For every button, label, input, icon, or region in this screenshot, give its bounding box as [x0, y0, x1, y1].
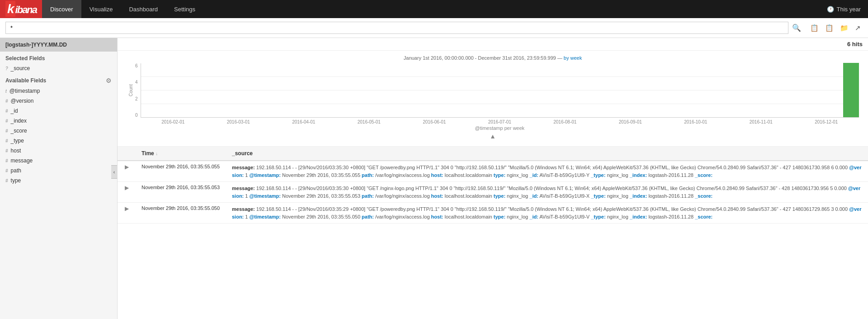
col-source: _source: [226, 147, 868, 161]
available-fields-title: Available Fields: [5, 77, 46, 84]
field-name-host: host: [11, 148, 21, 154]
y-axis: 6 4 2 0: [135, 63, 141, 118]
table-row: ▶ November 29th 2016, 03:35:55.050 messa…: [118, 203, 868, 224]
hits-bar: 6 hits: [118, 38, 868, 51]
source-cell-1: message: 192.168.50.114 - - [29/Nov/2016…: [226, 161, 868, 182]
field-type-id: #: [5, 109, 8, 114]
field-name-source: _source: [11, 65, 30, 71]
source-cell-3: message: 192.168.50.114 - - [29/Nov/2016…: [226, 203, 868, 224]
sort-arrow: ↓: [156, 151, 158, 156]
chart-area: 2016-02-01 2016-03-01 2016-04-01 2016-05…: [141, 63, 859, 131]
field-name-type2: type: [11, 177, 21, 184]
field-type-timestamp: t: [5, 89, 7, 94]
field-name-message: message: [11, 157, 33, 164]
content-area: 6 hits January 1st 2016, 00:00:00.000 - …: [118, 38, 868, 319]
field-timestamp[interactable]: t @timestamp: [0, 86, 117, 96]
clock-icon: 🕐: [827, 6, 834, 13]
field-type-version: #: [5, 99, 8, 104]
save-button[interactable]: 📋: [808, 23, 821, 33]
field-type-host: #: [5, 148, 8, 153]
field-version[interactable]: # @version: [0, 96, 117, 106]
field-type-type2[interactable]: # type: [0, 176, 117, 186]
field-id[interactable]: # _id: [0, 106, 117, 116]
search-button[interactable]: 🔍: [792, 24, 801, 32]
field-name-id: _id: [11, 108, 18, 114]
available-fields-header: Available Fields ⚙: [0, 73, 117, 86]
selected-field-source[interactable]: ? _source: [0, 63, 117, 73]
field-name-path: path: [11, 167, 21, 174]
field-type-message: #: [5, 158, 8, 163]
available-fields-gear[interactable]: ⚙: [106, 77, 112, 84]
table-row: ▶ November 29th 2016, 03:35:55.055 messa…: [118, 161, 868, 182]
time-range[interactable]: 🕐 This year: [827, 6, 868, 13]
chart-date-range: January 1st 2016, 00:00:00.000 - Decembe…: [404, 55, 556, 61]
sidebar: [logstash-]YYYY.MM.DD Selected Fields ? …: [0, 38, 118, 319]
sidebar-collapse-button[interactable]: ‹: [111, 165, 118, 179]
field-name-index: _index: [11, 118, 27, 124]
field-type-type: #: [5, 138, 8, 143]
time-cell-2: November 29th 2016, 03:35:55.053: [136, 182, 226, 203]
toolbar-icons: 📋 📋 📁 ↗: [808, 23, 863, 33]
expand-row-1[interactable]: ▶: [123, 164, 131, 170]
col-time[interactable]: Time ↓: [136, 147, 226, 161]
field-name-score: _score: [11, 128, 27, 134]
x-labels: 2016-02-01 2016-03-01 2016-04-01 2016-05…: [141, 119, 859, 124]
share-button[interactable]: ↗: [853, 23, 863, 33]
y-axis-label: Count: [127, 63, 135, 118]
nav-visualize[interactable]: Visualize: [81, 0, 121, 18]
field-type-field[interactable]: # _type: [0, 136, 117, 146]
index-pattern: [logstash-]YYYY.MM.DD: [0, 38, 117, 52]
field-type-index: #: [5, 119, 8, 124]
field-index[interactable]: # _index: [0, 116, 117, 126]
hits-count: 6 hits: [847, 41, 863, 48]
chart-bars: [141, 63, 859, 118]
table-row: ▶ November 29th 2016, 03:35:55.053 messa…: [118, 182, 868, 203]
load-button[interactable]: 📋: [823, 23, 835, 33]
search-bar: 🔍 📋 📋 📁 ↗: [0, 18, 868, 38]
field-name-version: @version: [11, 98, 34, 104]
by-week-link[interactable]: by week: [564, 55, 582, 61]
field-name-type: _type: [11, 138, 24, 144]
field-type-score: #: [5, 129, 8, 133]
field-host[interactable]: # host: [0, 146, 117, 156]
index-pattern-label: [logstash-]YYYY.MM.DD: [5, 42, 67, 48]
col-expand: [118, 147, 136, 161]
expand-row-3[interactable]: ▶: [123, 205, 131, 212]
field-type-type2-badge: #: [5, 178, 8, 183]
folder-button[interactable]: 📁: [838, 23, 850, 33]
chart-axis-label: @timestamp per week: [141, 125, 859, 131]
field-score[interactable]: # _score: [0, 126, 117, 136]
chart-container: January 1st 2016, 00:00:00.000 - Decembe…: [118, 51, 868, 147]
chart-toggle-button[interactable]: ▲: [127, 131, 859, 142]
top-nav: kibana Discover Visualize Dashboard Sett…: [0, 0, 868, 18]
time-cell-3: November 29th 2016, 03:35:55.050: [136, 203, 226, 224]
field-message[interactable]: # message: [0, 156, 117, 166]
source-cell-2: message: 192.168.50.114 - - [29/Nov/2016…: [226, 182, 868, 203]
nav-dashboard[interactable]: Dashboard: [121, 0, 166, 18]
nav-discover[interactable]: Discover: [42, 0, 81, 18]
time-range-label: This year: [837, 6, 861, 13]
logo: kibana: [0, 0, 42, 18]
main-layout: [logstash-]YYYY.MM.DD Selected Fields ? …: [0, 38, 868, 319]
field-name-timestamp: @timestamp: [9, 88, 40, 94]
search-input[interactable]: [5, 22, 788, 34]
nav-settings[interactable]: Settings: [166, 0, 203, 18]
expand-row-2[interactable]: ▶: [123, 185, 131, 191]
time-cell-1: November 29th 2016, 03:35:55.055: [136, 161, 226, 182]
selected-fields-title: Selected Fields: [0, 52, 117, 63]
results-table: Time ↓ _source ▶ November 29th 2016, 03:…: [118, 147, 868, 224]
field-path[interactable]: # path: [0, 166, 117, 176]
nav-items: Discover Visualize Dashboard Settings: [42, 0, 203, 18]
chart-title: January 1st 2016, 00:00:00.000 - Decembe…: [127, 55, 859, 61]
field-badge-source: ?: [5, 66, 8, 71]
field-type-path: #: [5, 168, 8, 173]
chart-bar-active: [843, 63, 859, 117]
